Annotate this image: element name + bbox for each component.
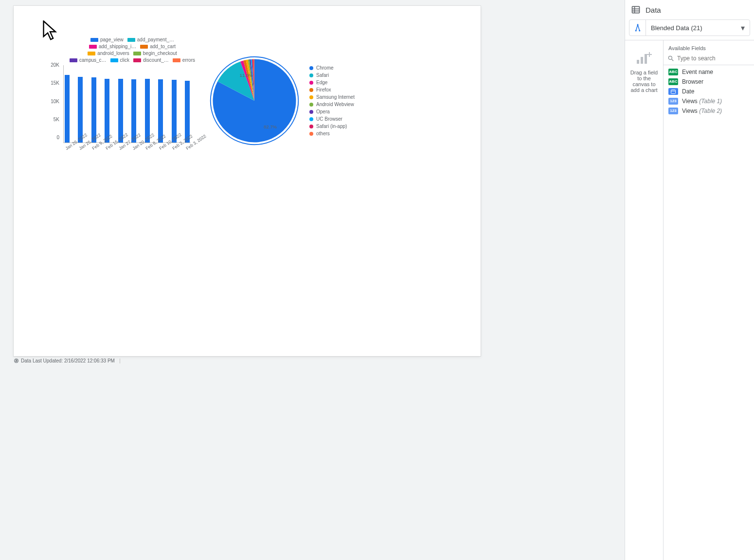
legend-swatch [88, 52, 95, 55]
field-label: Event name [682, 69, 713, 75]
legend-item[interactable]: discount_… [133, 57, 169, 63]
bar[interactable] [185, 81, 190, 143]
legend-label: Android Webview [316, 102, 354, 107]
legend-label: errors [182, 57, 195, 63]
legend-label: Firefox [316, 87, 331, 92]
workspace: page_viewadd_payment_…add_shipping_i…add… [0, 0, 754, 560]
bar[interactable] [78, 77, 83, 143]
legend-label: Opera [316, 109, 330, 114]
fields-search-input[interactable] [677, 55, 750, 62]
search-icon [667, 55, 674, 62]
bar[interactable] [145, 79, 150, 143]
bar[interactable] [65, 75, 70, 143]
legend-label: others [316, 131, 330, 136]
data-icon [631, 5, 641, 15]
status-text: Data Last Updated: 2/16/2022 12:06:33 PM [21, 358, 115, 363]
legend-label: click [120, 57, 129, 63]
legend-label: add_payment_… [137, 37, 174, 43]
field-item[interactable]: Date [664, 87, 754, 96]
legend-dot [309, 110, 313, 114]
bar[interactable] [91, 77, 96, 143]
legend-label: UC Browser [316, 116, 342, 122]
pie-chart-legend: ChromeSafariEdgeFirefoxSamsung InternetA… [309, 65, 355, 136]
legend-swatch [133, 52, 141, 55]
bar[interactable] [105, 79, 109, 143]
datasource-selector[interactable]: Blended Data (21) ▾ [629, 19, 750, 36]
data-panel: Data Blended Data (21) ▾ Drag a field to… [625, 0, 754, 560]
svg-point-7 [635, 30, 636, 32]
drop-hint-text: Drag a field to the canvas to add a char… [625, 70, 663, 93]
status-bar: Data Last Updated: 2/16/2022 12:06:33 PM [14, 358, 481, 363]
pie-label-safari: 11.8% [240, 72, 253, 78]
legend-label: add_to_cart [150, 44, 176, 50]
field-label: Browser [682, 78, 703, 85]
data-panel-title: Data [646, 6, 661, 14]
field-label: Date [682, 88, 694, 95]
bar[interactable] [118, 79, 123, 143]
pie-chart[interactable]: 11.8% 82.7% ChromeSafariEdgeFirefoxSamsu… [208, 54, 355, 147]
field-item[interactable]: ABCBrowser [664, 77, 754, 87]
bar-chart-x-axis: Jan 26, 2022Jan 25, 2022Feb 9, 2022Feb 1… [63, 143, 191, 148]
date-badge [668, 88, 678, 95]
legend-item[interactable]: campus_c… [70, 57, 107, 63]
report-canvas[interactable]: page_viewadd_payment_…add_shipping_i…add… [14, 6, 481, 356]
legend-item[interactable]: android_lovers [88, 51, 129, 56]
bar[interactable] [158, 79, 163, 143]
legend-label: Edge [316, 80, 327, 85]
bar[interactable] [131, 79, 136, 143]
legend-label: begin_checkout [143, 51, 177, 56]
field-drop-zone[interactable]: Drag a field to the canvas to add a char… [625, 40, 664, 560]
bar-chart-legend: page_viewadd_payment_…add_shipping_i…add… [68, 37, 197, 63]
fields-search[interactable] [664, 53, 754, 65]
legend-swatch [173, 58, 180, 62]
pie-chart-plot: 11.8% 82.7% [208, 54, 301, 147]
chevron-down-icon: ▾ [736, 23, 750, 33]
status-separator [120, 359, 120, 363]
legend-item[interactable]: add_payment_… [127, 37, 174, 43]
legend-item[interactable]: UC Browser [309, 116, 355, 122]
legend-label: discount_… [143, 57, 169, 63]
svg-point-6 [637, 24, 638, 26]
legend-item[interactable]: Safari [309, 72, 355, 78]
legend-swatch [90, 38, 98, 42]
datasource-name: Blended Data (21) [646, 24, 736, 32]
field-item[interactable]: 123Views (Table 1) [664, 96, 754, 106]
add-chart-icon [636, 51, 652, 65]
legend-label: campus_c… [79, 57, 107, 63]
legend-item[interactable]: page_view [90, 37, 124, 43]
field-item[interactable]: 123Views (Table 2) [664, 106, 754, 116]
field-item[interactable]: ABCEvent name [664, 67, 754, 77]
legend-swatch [133, 58, 141, 62]
legend-dot [309, 132, 313, 136]
field-label: Views (Table 1) [682, 98, 722, 105]
svg-rect-14 [671, 90, 676, 94]
legend-item[interactable]: errors [173, 57, 195, 63]
legend-dot [309, 73, 313, 77]
bar-chart-y-axis: 20K15K10K5K0 [43, 62, 59, 140]
legend-swatch [127, 38, 135, 42]
svg-rect-2 [632, 6, 640, 13]
legend-item[interactable]: Android Webview [309, 102, 355, 107]
legend-item[interactable]: Edge [309, 80, 355, 85]
legend-item[interactable]: Firefox [309, 87, 355, 92]
legend-label: add_shipping_i… [99, 44, 136, 50]
legend-dot [309, 66, 313, 70]
bar-chart[interactable]: page_viewadd_payment_…add_shipping_i…add… [43, 37, 197, 148]
legend-item[interactable]: add_shipping_i… [89, 44, 136, 50]
legend-item[interactable]: others [309, 131, 355, 136]
legend-item[interactable]: begin_checkout [133, 51, 177, 56]
legend-label: Chrome [316, 65, 334, 71]
legend-item[interactable]: add_to_cart [140, 44, 176, 50]
legend-label: page_view [100, 37, 124, 43]
legend-item[interactable]: Opera [309, 109, 355, 114]
legend-label: Samsung Internet [316, 94, 355, 100]
legend-item[interactable]: click [110, 57, 129, 63]
svg-rect-10 [641, 57, 643, 64]
legend-item[interactable]: Safari (in-app) [309, 124, 355, 129]
legend-item[interactable]: Chrome [309, 65, 355, 71]
bar[interactable] [172, 80, 177, 143]
legend-dot [309, 117, 313, 121]
legend-label: android_lovers [97, 51, 129, 56]
canvas-area[interactable]: page_viewadd_payment_…add_shipping_i…add… [0, 0, 625, 560]
legend-item[interactable]: Samsung Internet [309, 94, 355, 100]
